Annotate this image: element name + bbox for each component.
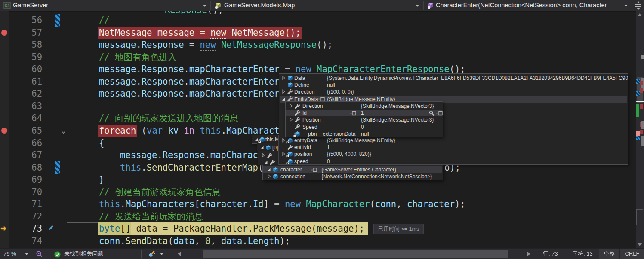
current-line-border: [67, 222, 99, 235]
chevron-down-icon[interactable]: [160, 253, 163, 255]
scroll-down-icon[interactable]: [638, 243, 642, 246]
datatip-row[interactable]: position{(5000, 4000, 820)}: [280, 151, 627, 158]
perf-tip[interactable]: 已用时间 <= 1ms: [373, 224, 424, 234]
code-token: character: [200, 199, 248, 209]
inspection-icon[interactable]: [36, 250, 43, 259]
zoom-select[interactable]: 79 %: [0, 249, 32, 259]
code-token: // 发送给当前玩家的消息: [99, 211, 203, 222]
code-token: // 地图有角色进入: [99, 52, 177, 62]
datatip-row[interactable]: Speed0: [286, 124, 442, 131]
expander-collapsed-icon: [281, 89, 286, 95]
datatip-row[interactable]: __pbn__extensionDatanull: [286, 131, 442, 137]
code-cleanup-icon[interactable]: [147, 250, 156, 259]
code-token: MapCharacterEnterResponse: [317, 64, 450, 74]
method-combo[interactable]: CharacterEnter(NetConnection<NetSession>…: [424, 0, 632, 11]
code-line[interactable]: // 向别的玩家发送进入地图的消息: [99, 112, 238, 125]
code-token: .: [184, 88, 189, 99]
code-token: [] data = PackageHandler.PackMessage(mes…: [120, 223, 364, 234]
code-line[interactable]: // 创建当前游戏玩家角色信息: [99, 186, 221, 198]
row-name: position: [294, 151, 312, 157]
partial-line-sliver: Response();: [165, 11, 223, 14]
datatip-row[interactable]: [0]: [258, 144, 278, 151]
datatip-row[interactable]: speed0: [280, 158, 627, 165]
code-token: [194, 125, 200, 136]
code-token: new: [296, 64, 311, 74]
project-combo[interactable]: C# GameServer: [0, 0, 210, 11]
row-name: Id: [302, 110, 307, 116]
code-line[interactable]: // 地图有角色进入: [99, 51, 177, 64]
hscroll-right-icon[interactable]: [527, 252, 530, 256]
code-token: .: [120, 199, 125, 209]
code-token: // 创建当前游戏玩家角色信息: [99, 187, 221, 197]
code-token: mapCharacterEnter: [189, 76, 280, 87]
datatip-row[interactable]: Id1: [286, 110, 442, 116]
expander-collapsed-icon: [281, 76, 286, 82]
row-value: 0: [327, 158, 330, 165]
scroll-up-icon[interactable]: [638, 13, 642, 16]
code-line[interactable]: byte[] data = PackageHandler.PackMessage…: [99, 222, 364, 235]
line-number: 57: [8, 27, 42, 39]
code-line[interactable]: //: [99, 14, 110, 27]
code-line[interactable]: conn.SendData(data, 0, data.Length);: [99, 235, 290, 247]
code-token: =: [184, 40, 200, 50]
code-token: ();: [450, 64, 465, 74]
eol-toggle[interactable]: CRLF: [619, 249, 644, 259]
chevron-down-icon: [25, 253, 28, 255]
datatip-row[interactable]: Position{SkillBridge.Message.NVector3}: [286, 116, 442, 123]
method-wrench-icon: [287, 89, 293, 96]
datatip-row[interactable]: Direction{(100, 0, 0)}: [280, 88, 627, 95]
code-line[interactable]: this.SendCharacterEnterMap(: [120, 161, 263, 174]
code-line[interactable]: message.Response.mapCharacterEnter: [99, 88, 280, 100]
code-token: .: [205, 150, 210, 160]
vertical-scrollbar[interactable]: [636, 11, 644, 248]
code-token: {: [99, 138, 104, 148]
datatip-row[interactable]: [259, 159, 278, 165]
code-line[interactable]: this.MapCharacters[character.Id] = new M…: [99, 198, 465, 210]
datatip-row[interactable]: entityId1: [280, 144, 627, 151]
code-token: .: [184, 76, 189, 87]
code-token: this: [99, 199, 120, 209]
datatip-row[interactable]: connection{Network.NetConnection<Network…: [263, 173, 442, 180]
row-name: Define: [294, 82, 309, 88]
navigation-bar: C# GameServer GameServer.Models.Map Char…: [0, 0, 644, 12]
line-number: 63: [8, 100, 42, 113]
class-combo-label: GameServer.Models.Map: [224, 2, 295, 9]
code-token: );: [455, 199, 465, 209]
datatip-row[interactable]: this.M: [253, 136, 278, 143]
datatip-row[interactable]: Definenull: [280, 82, 627, 88]
code-line[interactable]: }: [99, 174, 104, 186]
check-circle-icon: [54, 251, 61, 259]
breakpoint-dot[interactable]: [1, 128, 7, 134]
code-token: new: [285, 199, 301, 209]
spaces-toggle[interactable]: 空格: [599, 249, 620, 259]
code-token: [216, 40, 221, 50]
line-number: 73: [8, 222, 42, 235]
breakpoint-dot[interactable]: [1, 30, 7, 36]
code-token: Response: [142, 88, 184, 99]
class-combo[interactable]: GameServer.Models.Map: [211, 0, 423, 11]
datatip-row[interactable]: [259, 152, 278, 159]
scrollbar-mark: [641, 55, 644, 59]
expander-collapsed-icon: [289, 117, 293, 123]
datatip-row[interactable]: entityData{SkillBridge.Message.NEntity}: [280, 137, 627, 144]
code-line[interactable]: // 发送给当前玩家的消息: [99, 210, 203, 223]
code-token: //: [99, 15, 110, 25]
line-number: 72: [8, 210, 42, 223]
line-number: 71: [8, 198, 42, 210]
datatip-child: Direction{SkillBridge.Message.NVector3}I…: [285, 101, 443, 137]
code-line[interactable]: message.Response.mapCharacterEnter: [99, 76, 280, 88]
code-line[interactable]: {: [99, 137, 104, 149]
datatip-row[interactable]: character{GameServer.Entities.Character}: [263, 166, 442, 173]
code-line[interactable]: NetMessage message = new NetMessage();: [99, 27, 301, 39]
code-line[interactable]: message.Response = new NetMessageRespons…: [99, 39, 333, 51]
code-token: NetMessage();: [226, 27, 301, 38]
row-name: Direction: [294, 89, 314, 95]
datatip-row[interactable]: Data{System.Data.Entity.DynamicProxies.T…: [280, 75, 627, 82]
pin-icon: [436, 111, 443, 117]
split-editor-icon[interactable]: [635, 1, 642, 12]
datatip-row[interactable]: Direction{SkillBridge.Message.NVector3}: [286, 103, 442, 110]
hscroll-thumb[interactable]: [203, 250, 508, 258]
hscroll-left-icon[interactable]: [178, 252, 181, 256]
code-token: character: [407, 199, 455, 209]
code-token: // 向别的玩家发送进入地图的消息: [99, 113, 238, 123]
